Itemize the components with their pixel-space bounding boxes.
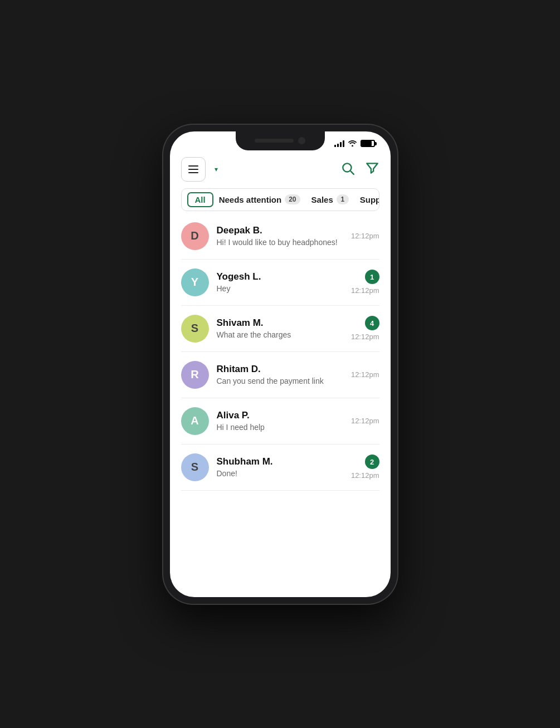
conv-preview-shubham: Done! bbox=[217, 469, 343, 478]
conv-preview-shivam: What are the charges bbox=[217, 330, 343, 339]
conversation-item-deepak[interactable]: DDeepak B.Hi! I would like to buy headph… bbox=[181, 213, 379, 260]
conv-badge-shubham: 2 bbox=[365, 455, 379, 469]
conv-body-shubham: Shubham M.Done! bbox=[217, 456, 343, 478]
conv-preview-aliva: Hi I need help bbox=[217, 423, 343, 432]
conv-badge-yogesh: 1 bbox=[365, 270, 379, 284]
svg-point-0 bbox=[343, 163, 351, 172]
tab-sales-badge: 1 bbox=[337, 194, 349, 204]
conv-name-deepak: Deepak B. bbox=[217, 225, 343, 236]
svg-line-1 bbox=[350, 171, 353, 174]
tab-all-label: All bbox=[195, 195, 206, 204]
conversation-item-shubham[interactable]: SShubham M.Done!212:12pm bbox=[181, 444, 379, 491]
conv-meta-yogesh: 112:12pm bbox=[351, 270, 379, 295]
conversation-filter-selector[interactable]: ▾ bbox=[212, 165, 218, 173]
menu-line-1 bbox=[188, 165, 198, 167]
avatar-shivam: S bbox=[181, 315, 209, 343]
conv-preview-yogesh: Hey bbox=[217, 284, 343, 293]
filter-button[interactable] bbox=[365, 161, 379, 178]
notch-pill bbox=[255, 139, 294, 143]
conv-time-deepak: 12:12pm bbox=[351, 232, 379, 240]
conv-meta-rhitam: 12:12pm bbox=[351, 370, 379, 379]
conv-name-aliva: Aliva P. bbox=[217, 410, 343, 421]
avatar-shubham: S bbox=[181, 453, 209, 481]
conv-body-deepak: Deepak B.Hi! I would like to buy headpho… bbox=[217, 225, 343, 247]
avatar-deepak: D bbox=[181, 222, 209, 250]
battery-icon bbox=[361, 140, 375, 147]
conv-name-rhitam: Rhitam D. bbox=[217, 364, 343, 375]
conv-name-shubham: Shubham M. bbox=[217, 456, 343, 467]
conv-time-rhitam: 12:12pm bbox=[351, 370, 379, 379]
avatar-rhitam: R bbox=[181, 361, 209, 389]
tab-sales[interactable]: Sales 1 bbox=[306, 192, 354, 207]
tab-sales-label: Sales bbox=[311, 195, 333, 204]
conv-time-aliva: 12:12pm bbox=[351, 417, 379, 425]
filter-tabs: All Needs attention 20 Sales 1 Support 3 bbox=[181, 188, 379, 211]
notch-camera bbox=[298, 137, 305, 144]
conv-badge-shivam: 4 bbox=[365, 316, 379, 330]
search-button[interactable] bbox=[340, 161, 355, 178]
conversations-list: DDeepak B.Hi! I would like to buy headph… bbox=[181, 213, 379, 491]
menu-line-2 bbox=[188, 169, 198, 170]
conv-body-rhitam: Rhitam D.Can you send the payment link bbox=[217, 364, 343, 385]
conv-preview-rhitam: Can you send the payment link bbox=[217, 377, 343, 385]
menu-button[interactable] bbox=[181, 157, 206, 182]
conv-time-shubham: 12:12pm bbox=[351, 471, 379, 480]
phone-frame: ▾ bbox=[163, 125, 397, 604]
status-icons bbox=[334, 139, 375, 148]
header-actions bbox=[340, 161, 379, 178]
header-titles: ▾ bbox=[212, 165, 218, 173]
avatar-yogesh: Y bbox=[181, 268, 209, 296]
conv-meta-shubham: 212:12pm bbox=[351, 455, 379, 480]
menu-line-3 bbox=[188, 172, 198, 173]
chevron-down-icon: ▾ bbox=[215, 165, 218, 173]
phone-screen: ▾ bbox=[170, 131, 391, 597]
tab-needs-attention-badge: 20 bbox=[285, 194, 300, 204]
tab-support[interactable]: Support 3 bbox=[354, 192, 379, 207]
conv-preview-deepak: Hi! I would like to buy headphones! bbox=[217, 238, 343, 247]
header-left: ▾ bbox=[181, 157, 218, 182]
conversation-item-yogesh[interactable]: YYogesh L.Hey112:12pm bbox=[181, 260, 379, 306]
tab-needs-attention-label: Needs attention bbox=[219, 195, 282, 204]
tab-all[interactable]: All bbox=[187, 192, 213, 207]
conv-name-shivam: Shivam M. bbox=[217, 317, 343, 329]
tab-support-label: Support bbox=[360, 195, 379, 204]
header: ▾ bbox=[181, 152, 379, 188]
app-content: ▾ bbox=[170, 152, 391, 491]
conv-body-shivam: Shivam M.What are the charges bbox=[217, 317, 343, 339]
conv-name-yogesh: Yogesh L. bbox=[217, 271, 343, 282]
notch bbox=[236, 131, 325, 150]
wifi-icon bbox=[348, 139, 357, 148]
tab-needs-attention[interactable]: Needs attention 20 bbox=[213, 192, 306, 207]
conversation-item-aliva[interactable]: AAliva P.Hi I need help12:12pm bbox=[181, 398, 379, 444]
conversation-item-shivam[interactable]: SShivam M.What are the charges412:12pm bbox=[181, 306, 379, 352]
conv-body-aliva: Aliva P.Hi I need help bbox=[217, 410, 343, 432]
conv-time-yogesh: 12:12pm bbox=[351, 286, 379, 295]
conv-meta-shivam: 412:12pm bbox=[351, 316, 379, 341]
conversation-item-rhitam[interactable]: RRhitam D.Can you send the payment link1… bbox=[181, 352, 379, 398]
conv-meta-deepak: 12:12pm bbox=[351, 232, 379, 240]
conv-body-yogesh: Yogesh L.Hey bbox=[217, 271, 343, 293]
signal-icon bbox=[334, 140, 344, 147]
svg-marker-2 bbox=[367, 163, 378, 173]
conv-meta-aliva: 12:12pm bbox=[351, 417, 379, 425]
avatar-aliva: A bbox=[181, 407, 209, 435]
conv-time-shivam: 12:12pm bbox=[351, 333, 379, 341]
